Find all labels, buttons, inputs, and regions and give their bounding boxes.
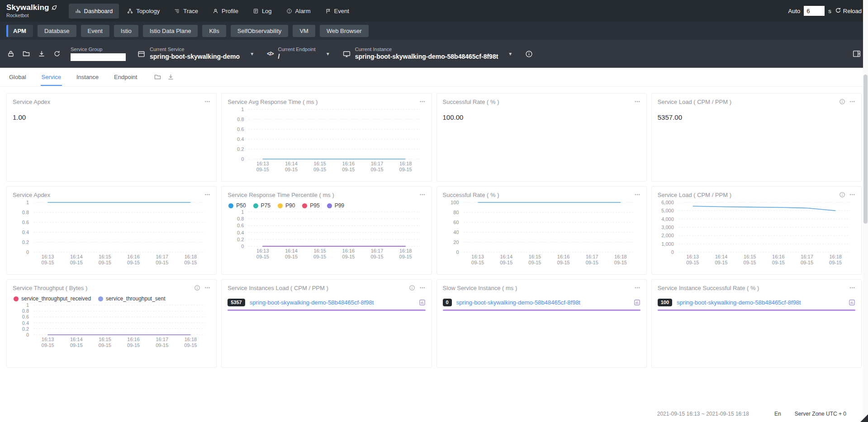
current-service-select[interactable]: Current Service spring-boot-skywalking-d… [138, 47, 253, 61]
download-icon[interactable] [167, 74, 174, 80]
auto-interval-input[interactable] [804, 6, 825, 16]
info-icon[interactable] [839, 192, 845, 198]
legend-label[interactable]: service_throughput_received [21, 295, 91, 302]
legend-label[interactable]: P75 [261, 202, 270, 209]
group-tab-event[interactable]: Event [81, 25, 109, 37]
info-icon[interactable] [194, 285, 200, 291]
card-title: Service Apdex [13, 192, 50, 198]
legend-label[interactable]: P95 [310, 202, 319, 209]
scrollbar-track[interactable] [863, 0, 868, 422]
group-tab-vm[interactable]: VM [293, 25, 315, 37]
group-tab-istio[interactable]: Istio [114, 25, 138, 37]
more-icon[interactable]: ••• [635, 99, 640, 104]
progress-bar [228, 309, 425, 311]
more-icon[interactable]: ••• [420, 286, 425, 290]
chart-link-icon[interactable] [419, 299, 426, 306]
group-tab-k8s[interactable]: K8s [202, 25, 226, 37]
trace-icon [174, 8, 180, 14]
group-tab-database[interactable]: Database [38, 25, 76, 37]
download-icon[interactable] [38, 50, 45, 57]
nav-item-label: Alarm [295, 8, 311, 14]
info-icon[interactable] [409, 285, 415, 291]
service-group-input[interactable] [71, 53, 126, 61]
selector-toolbar: Service Group Current Service spring-boo… [0, 40, 868, 68]
folder-icon[interactable] [23, 50, 30, 57]
instance-link[interactable]: spring-boot-skywalking-demo-58b48465cf-8… [677, 299, 844, 306]
legend-label[interactable]: P99 [335, 202, 344, 209]
chevron-down-icon: ▾ [509, 51, 512, 57]
tab-service[interactable]: Service [41, 68, 62, 86]
more-icon[interactable]: ••• [850, 286, 855, 290]
nav-item-label: Event [334, 8, 349, 14]
nav-item-log[interactable]: Log [247, 4, 278, 19]
current-endpoint-value: / [278, 53, 316, 61]
instance-link[interactable]: spring-boot-skywalking-demo-58b48465cf-8… [250, 299, 414, 306]
card-slow-service-instance: Slow Service Instance ( ms ) ••• 0 sprin… [436, 279, 647, 368]
value-badge: 100 [658, 299, 672, 306]
legend-label[interactable]: P50 [236, 202, 246, 209]
server-zone: Server Zone UTC + 0 [795, 411, 846, 417]
folder-icon[interactable] [154, 74, 161, 80]
language-selector[interactable]: En [774, 411, 781, 417]
tab-endpoint[interactable]: Endpoint [113, 68, 138, 86]
current-instance-value: spring-boot-skywalking-demo-58b48465cf-8… [355, 53, 498, 61]
reload-label: Reload [843, 8, 862, 14]
instance-link[interactable]: spring-boot-skywalking-demo-58b48465cf-8… [456, 299, 629, 306]
current-endpoint-select[interactable]: </> Current Endpoint / ▾ [267, 47, 329, 61]
more-icon[interactable]: ••• [635, 286, 640, 290]
nav-item-dashboard[interactable]: Dashboard [69, 4, 119, 19]
profile-icon [213, 8, 218, 14]
card-service-apdex-chart: Service Apdex ••• 10.80.60.40.2016:1309-… [6, 186, 217, 275]
nav-item-alarm[interactable]: Alarm [280, 4, 317, 19]
info-icon[interactable] [525, 50, 533, 58]
group-tab-apm[interactable]: APM [6, 25, 33, 37]
group-tab-web-browser[interactable]: Web Browser [320, 25, 369, 37]
app-logo[interactable]: Skywalking Rocketbot [6, 4, 57, 18]
throughput-chart: 10.80.60.40.2016:1309-1516:1409-1516:150… [13, 305, 210, 350]
chart-link-icon[interactable] [849, 299, 855, 306]
card-service-instances-load: Service Instances Load ( CPM / PPM ) •••… [221, 279, 432, 368]
nav-item-profile[interactable]: Profile [206, 4, 245, 19]
legend-dot [14, 296, 19, 301]
scrollbar-thumb[interactable] [863, 75, 868, 224]
card-title: Service Load ( CPM / PPM ) [658, 98, 731, 105]
card-successful-rate-value: Successful Rate ( % ) ••• 100.00 [436, 93, 647, 182]
page-footer: 2021-09-15 16:13 ~ 2021-09-15 16:18 En S… [0, 408, 862, 419]
legend-dot [253, 203, 258, 208]
reload-button[interactable]: Reload [835, 7, 862, 15]
legend-label[interactable]: service_throughput_sent [106, 295, 165, 302]
more-icon[interactable]: ••• [205, 192, 210, 197]
log-icon [253, 8, 259, 14]
info-icon[interactable] [839, 98, 845, 105]
metric-value: 1.00 [13, 113, 210, 121]
legend-dot [228, 203, 233, 208]
chevron-down-icon: ▾ [251, 51, 253, 57]
nav-item-event[interactable]: Event [319, 4, 356, 19]
legend-label[interactable]: P90 [285, 202, 295, 209]
more-icon[interactable]: ••• [850, 192, 855, 197]
tab-global[interactable]: Global [8, 68, 27, 86]
current-instance-select[interactable]: Current Instance spring-boot-skywalking-… [343, 47, 512, 61]
more-icon[interactable]: ••• [420, 99, 425, 104]
group-tab-selfobservability[interactable]: SelfObservability [231, 25, 289, 37]
more-icon[interactable]: ••• [205, 99, 210, 104]
refresh-icon[interactable] [53, 50, 61, 57]
legend-dot [327, 203, 332, 208]
tab-instance[interactable]: Instance [76, 68, 100, 86]
more-icon[interactable]: ••• [850, 99, 855, 104]
group-tab-istio-data-plane[interactable]: Istio Data Plane [143, 25, 198, 37]
chart-link-icon[interactable] [634, 299, 640, 306]
nav-item-trace[interactable]: Trace [168, 4, 204, 19]
main-nav: Dashboard Topology Trace Profile Log Ala… [69, 4, 356, 19]
card-avg-response-time: Service Avg Response Time ( ms ) ••• 10.… [221, 93, 432, 182]
instance-row: 100 spring-boot-skywalking-demo-58b48465… [658, 299, 855, 306]
card-title: Service Throughput ( Bytes ) [13, 285, 87, 291]
lock-icon[interactable] [7, 50, 14, 57]
skywalking-dashboard: Skywalking Rocketbot Dashboard Topology … [0, 0, 868, 422]
more-icon[interactable]: ••• [205, 286, 210, 290]
more-icon[interactable]: ••• [635, 192, 640, 197]
more-icon[interactable]: ••• [420, 192, 425, 197]
top-navbar: Skywalking Rocketbot Dashboard Topology … [0, 0, 868, 22]
nav-item-topology[interactable]: Topology [121, 4, 166, 19]
panel-toggle-icon[interactable] [853, 50, 861, 58]
